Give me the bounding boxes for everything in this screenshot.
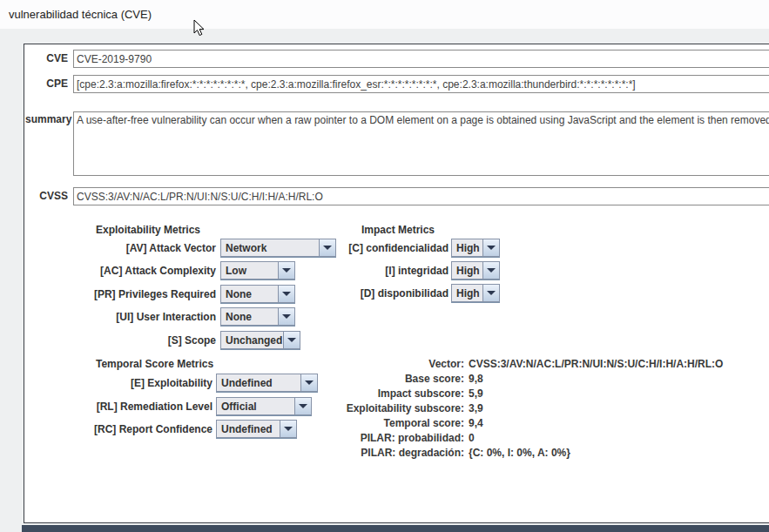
summary-label: summary <box>25 113 68 125</box>
base-score-label: Base score: <box>218 373 464 385</box>
cve-input[interactable] <box>73 50 769 68</box>
availability-select[interactable]: High <box>451 284 500 302</box>
cvss-input[interactable] <box>73 187 769 205</box>
cve-label: CVE <box>25 52 68 64</box>
title-bar: vulnerabilidad técnica (CVE) <box>0 0 769 29</box>
cvss-label: CVSS <box>25 190 68 202</box>
exploitability-subscore-label: Exploitability subscore: <box>218 402 464 414</box>
scope-label: [S] Scope <box>87 334 216 347</box>
vector-label: Vector: <box>218 358 464 370</box>
cpe-label: CPE <box>25 77 68 90</box>
combo-value: High <box>452 239 482 256</box>
vulnerability-dialog: { "window": { "title": "vulnerabilidad t… <box>0 0 769 532</box>
combo-value: High <box>452 262 482 279</box>
exploitability-subscore-value: 3,9 <box>469 402 483 414</box>
exploitability-metrics-title: Exploitability Metrics <box>96 224 200 236</box>
chevron-down-icon[interactable] <box>482 262 499 279</box>
vector-value: CVSS:3/AV:N/AC:L/PR:N/UI:N/S:U/C:H/I:H/A… <box>469 358 723 370</box>
chevron-down-icon[interactable] <box>283 332 300 348</box>
pilar-probabilidad-label: PILAR: probabilidad: <box>218 432 464 444</box>
user-interaction-label: [UI] User Interaction <box>87 311 216 323</box>
user-interaction-select[interactable]: None <box>220 307 295 326</box>
pilar-degradacion-label: PILAR: degradación: <box>218 447 464 459</box>
impact-metrics-title: Impact Metrics <box>361 224 435 236</box>
combo-value: High <box>452 285 482 301</box>
impact-subscore-label: Impact subscore: <box>218 387 464 400</box>
availability-label: [D] disponibilidad <box>331 287 449 300</box>
summary-textarea[interactable]: A use-after-free vulnerability can occur… <box>73 111 769 176</box>
combo-value: None <box>221 308 278 325</box>
page-title: vulnerabilidad técnica (CVE) <box>9 8 152 21</box>
temporal-score-value: 9,4 <box>469 417 483 429</box>
bottom-edge-bar <box>22 525 769 532</box>
pilar-probabilidad-value: 0 <box>469 432 475 444</box>
integrity-label: [I] integridad <box>331 265 449 277</box>
temporal-score-label: Temporal score: <box>218 417 464 429</box>
confidentiality-label: [C] confidencialidad <box>331 242 449 254</box>
scope-select[interactable]: Unchanged <box>220 331 300 349</box>
base-score-value: 9,8 <box>469 373 483 385</box>
confidentiality-select[interactable]: High <box>451 239 500 257</box>
chevron-down-icon[interactable] <box>278 308 294 325</box>
cpe-input[interactable] <box>73 75 769 93</box>
impact-subscore-value: 5,9 <box>469 387 483 400</box>
chevron-down-icon[interactable] <box>482 239 499 256</box>
combo-value: Unchanged <box>221 332 283 348</box>
chevron-down-icon[interactable] <box>482 285 499 301</box>
integrity-select[interactable]: High <box>451 261 500 279</box>
pilar-degradacion-value: {C: 0%, I: 0%, A: 0%} <box>469 447 570 459</box>
